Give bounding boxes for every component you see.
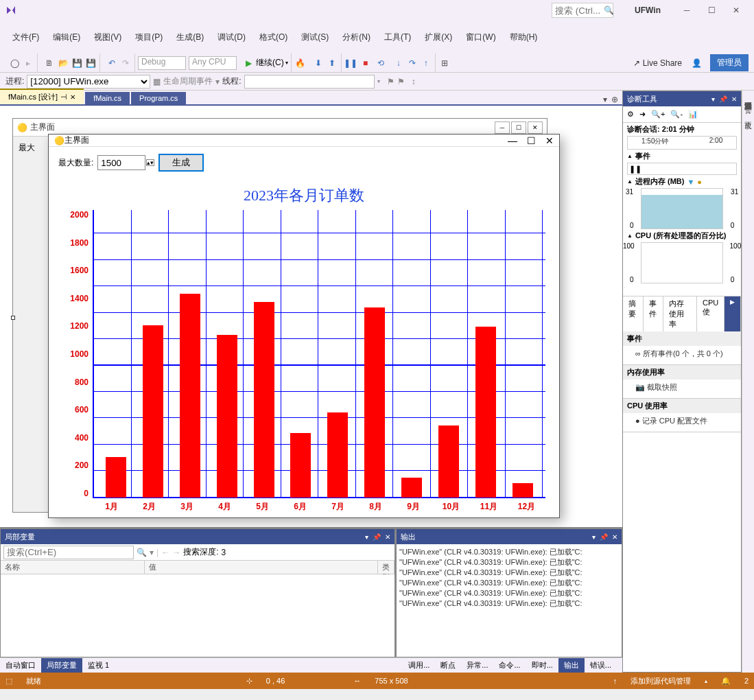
- step-over-icon[interactable]: ↷: [406, 57, 419, 69]
- hot-reload-icon[interactable]: 🔥: [294, 57, 307, 69]
- step-out-icon[interactable]: ↑: [420, 57, 432, 69]
- stop-icon[interactable]: ■: [360, 57, 372, 69]
- pin-icon[interactable]: 📌: [373, 533, 381, 541]
- nav-back-icon[interactable]: ◯: [8, 57, 21, 69]
- undo-icon[interactable]: ↶: [106, 57, 118, 69]
- spinner-icon[interactable]: ▴▾: [146, 159, 154, 166]
- step-into-icon[interactable]: ↓: [392, 57, 405, 69]
- menu-item[interactable]: 窗口(W): [459, 27, 502, 47]
- bottom-tab[interactable]: 即时...: [526, 658, 558, 673]
- menu-item[interactable]: 帮助(H): [503, 27, 545, 47]
- gear-icon[interactable]: ⚙: [627, 110, 634, 119]
- close-icon[interactable]: ✕: [731, 95, 737, 103]
- menu-item[interactable]: 扩展(X): [418, 27, 459, 47]
- bottom-tab[interactable]: 错误...: [585, 658, 617, 673]
- status-source[interactable]: 添加到源代码管理: [631, 676, 691, 686]
- close-icon[interactable]: ✕: [70, 93, 75, 101]
- close-button[interactable]: ✕: [724, 0, 749, 21]
- prev-icon[interactable]: ←: [161, 548, 169, 557]
- restart-icon[interactable]: ⟲: [375, 57, 387, 69]
- scroll-right[interactable]: ▶: [724, 296, 741, 331]
- continue-icon[interactable]: ▶: [242, 57, 255, 69]
- document-tab[interactable]: fMain.cs: [85, 92, 130, 104]
- tabs-dropdown-icon[interactable]: ▾: [603, 95, 607, 104]
- stackframe-icon[interactable]: ↕: [412, 77, 416, 86]
- open-icon[interactable]: 📂: [57, 57, 69, 69]
- account-icon[interactable]: 👤: [692, 58, 702, 68]
- menu-item[interactable]: 格式(O): [252, 27, 294, 47]
- menu-item[interactable]: 视图(V): [87, 27, 128, 47]
- minimize-button[interactable]: ─: [674, 0, 699, 21]
- menu-item[interactable]: 生成(B): [169, 27, 211, 47]
- bottom-tab[interactable]: 调用...: [403, 658, 435, 673]
- step-icon[interactable]: ⬇: [312, 57, 325, 69]
- dropdown-icon[interactable]: ▾: [592, 533, 596, 541]
- pin-icon[interactable]: 📌: [600, 533, 608, 541]
- cpu-link[interactable]: 记录 CPU 配置文件: [642, 417, 707, 425]
- close-icon[interactable]: ✕: [385, 533, 390, 541]
- runtime-window[interactable]: 🟡 主界面 — ☐ ✕ 最大数量: ▴▾ 生成 2023年各月订单数 20001…: [48, 134, 560, 518]
- flag-icon-2[interactable]: ⚑: [397, 77, 405, 86]
- nav-fwd-icon[interactable]: ▸: [22, 57, 34, 69]
- dropdown-icon[interactable]: ▾: [711, 95, 715, 103]
- close-button[interactable]: ✕: [545, 135, 554, 146]
- platform-combo[interactable]: Any CPU: [189, 56, 237, 70]
- process-combo[interactable]: [12000] UFWin.exe: [27, 75, 150, 89]
- arrow-icon[interactable]: ➜: [639, 110, 646, 119]
- maximize-button[interactable]: ☐: [527, 135, 536, 146]
- liveshare-icon[interactable]: ↗: [633, 58, 640, 68]
- menu-item[interactable]: 分析(N): [335, 27, 377, 47]
- lifecycle-icon[interactable]: ▦: [153, 77, 161, 86]
- liveshare-button[interactable]: Live Share: [643, 58, 682, 68]
- zoomin-icon[interactable]: 🔍+: [651, 110, 665, 119]
- col-value[interactable]: 值: [145, 561, 378, 574]
- tab-mem[interactable]: 内存使用率: [663, 296, 697, 331]
- maximize-button[interactable]: ☐: [699, 0, 724, 21]
- bottom-tab[interactable]: 自动窗口: [0, 658, 41, 673]
- minimize-button[interactable]: —: [508, 135, 517, 146]
- next-icon[interactable]: →: [172, 548, 180, 557]
- menu-item[interactable]: 调试(D): [211, 27, 252, 47]
- col-name[interactable]: 名称: [1, 561, 145, 574]
- search-icon[interactable]: 🔍: [604, 5, 614, 15]
- bottom-tab[interactable]: 异常...: [461, 658, 493, 673]
- flag-icon[interactable]: ⚑: [387, 77, 394, 86]
- max-input[interactable]: [97, 155, 145, 170]
- close-icon[interactable]: ✕: [612, 533, 617, 541]
- zoomout-icon[interactable]: 🔍-: [670, 110, 683, 119]
- bottom-tab[interactable]: 局部变量: [41, 658, 82, 673]
- menu-item[interactable]: 测试(S): [294, 27, 335, 47]
- chart-icon[interactable]: 📊: [688, 110, 698, 119]
- menu-item[interactable]: 文件(F): [5, 27, 46, 47]
- bottom-tab[interactable]: 输出: [558, 658, 585, 673]
- tab-summary[interactable]: 摘要: [623, 296, 644, 331]
- generate-button[interactable]: 生成: [158, 154, 204, 172]
- pin-icon[interactable]: 📌: [719, 95, 727, 103]
- dropdown-icon[interactable]: ▾: [365, 533, 368, 541]
- search-icon[interactable]: 🔍: [137, 548, 147, 557]
- menu-item[interactable]: 项目(P): [128, 27, 169, 47]
- menu-item[interactable]: 工具(T): [377, 27, 418, 47]
- sidebar-git-changes[interactable]: Git 更改: [743, 104, 753, 116]
- pause-icon[interactable]: ❚❚: [344, 57, 357, 69]
- snapshot-link[interactable]: 截取快照: [647, 383, 677, 391]
- step-icon-2[interactable]: ⬆: [326, 57, 338, 69]
- tabs-add-icon[interactable]: ⊕: [611, 95, 618, 104]
- thread-combo[interactable]: [244, 75, 375, 89]
- new-project-icon[interactable]: 🗎: [43, 57, 56, 69]
- config-combo[interactable]: Debug: [138, 56, 186, 70]
- menu-item[interactable]: 编辑(E): [46, 27, 87, 47]
- output-body[interactable]: "UFWin.exe" (CLR v4.0.30319: UFWin.exe):…: [397, 544, 622, 657]
- save-icon[interactable]: 💾: [71, 57, 83, 69]
- tab-events[interactable]: 事件: [644, 296, 664, 331]
- events-link[interactable]: 所有事件(0 个，共 0 个): [643, 349, 723, 358]
- document-tab[interactable]: fMain.cs [设计]⊣✕: [0, 89, 84, 104]
- col-type[interactable]: 类型: [378, 561, 394, 574]
- bottom-tab[interactable]: 监视 1: [82, 658, 115, 673]
- save-all-icon[interactable]: 💾: [84, 57, 97, 69]
- bell-icon[interactable]: 🔔: [721, 677, 731, 686]
- continue-button[interactable]: 继续(C): [256, 57, 284, 69]
- bottom-tab[interactable]: 命令...: [493, 658, 526, 673]
- locals-search-input[interactable]: [3, 546, 134, 559]
- pin-icon[interactable]: ⊣: [60, 93, 67, 102]
